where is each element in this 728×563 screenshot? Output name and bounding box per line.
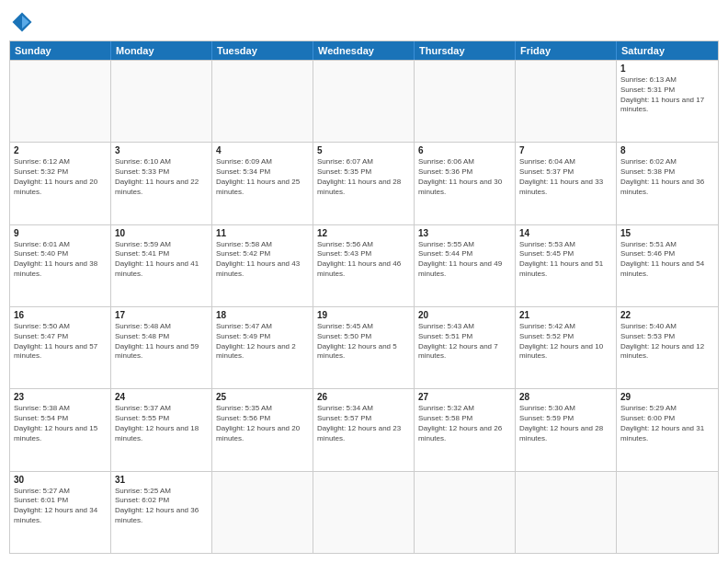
day-info: Sunrise: 5:58 AM Sunset: 5:42 PM Dayligh… xyxy=(216,240,309,280)
day-info: Sunrise: 5:25 AM Sunset: 6:02 PM Dayligh… xyxy=(115,487,208,526)
page: SundayMondayTuesdayWednesdayThursdayFrid… xyxy=(0,0,728,563)
day-number: 17 xyxy=(115,310,208,320)
day-cell-21: 21Sunrise: 5:42 AM Sunset: 5:52 PM Dayli… xyxy=(516,307,617,388)
day-info: Sunrise: 5:35 AM Sunset: 5:56 PM Dayligh… xyxy=(216,404,309,443)
day-number: 27 xyxy=(418,392,511,402)
day-number: 24 xyxy=(115,392,208,402)
day-cell-30: 30Sunrise: 5:27 AM Sunset: 6:01 PM Dayli… xyxy=(10,472,111,553)
day-info: Sunrise: 5:56 AM Sunset: 5:43 PM Dayligh… xyxy=(317,240,410,280)
day-cell-7: 7Sunrise: 6:04 AM Sunset: 5:37 PM Daylig… xyxy=(516,143,617,224)
header-day-saturday: Saturday xyxy=(617,41,718,60)
day-number: 26 xyxy=(317,392,410,402)
day-number: 25 xyxy=(216,392,309,402)
day-number: 19 xyxy=(317,310,410,320)
day-info: Sunrise: 5:51 AM Sunset: 5:46 PM Dayligh… xyxy=(620,240,714,280)
day-cell-9: 9Sunrise: 6:01 AM Sunset: 5:40 PM Daylig… xyxy=(10,225,111,306)
day-number: 23 xyxy=(14,392,107,402)
header-day-tuesday: Tuesday xyxy=(212,41,313,60)
day-info: Sunrise: 5:29 AM Sunset: 6:00 PM Dayligh… xyxy=(620,404,714,443)
day-cell-14: 14Sunrise: 5:53 AM Sunset: 5:45 PM Dayli… xyxy=(516,225,617,306)
header-day-monday: Monday xyxy=(111,41,212,60)
day-info: Sunrise: 5:34 AM Sunset: 5:57 PM Dayligh… xyxy=(317,404,410,443)
week-row-3: 9Sunrise: 6:01 AM Sunset: 5:40 PM Daylig… xyxy=(10,224,718,306)
day-info: Sunrise: 6:07 AM Sunset: 5:35 PM Dayligh… xyxy=(317,157,410,197)
day-number: 8 xyxy=(620,145,714,155)
day-cell-6: 6Sunrise: 6:06 AM Sunset: 5:36 PM Daylig… xyxy=(415,143,516,224)
logo-icon xyxy=(9,9,35,35)
day-info: Sunrise: 6:13 AM Sunset: 5:31 PM Dayligh… xyxy=(620,75,714,115)
day-cell-1: 1Sunrise: 6:13 AM Sunset: 5:31 PM Daylig… xyxy=(617,61,718,142)
day-info: Sunrise: 5:37 AM Sunset: 5:55 PM Dayligh… xyxy=(115,404,208,443)
empty-cell xyxy=(516,61,617,142)
day-cell-3: 3Sunrise: 6:10 AM Sunset: 5:33 PM Daylig… xyxy=(111,143,212,224)
day-number: 13 xyxy=(418,228,511,238)
day-cell-28: 28Sunrise: 5:30 AM Sunset: 5:59 PM Dayli… xyxy=(516,389,617,470)
header xyxy=(9,9,719,35)
week-row-2: 2Sunrise: 6:12 AM Sunset: 5:32 PM Daylig… xyxy=(10,142,718,224)
logo xyxy=(9,9,39,35)
day-info: Sunrise: 6:04 AM Sunset: 5:37 PM Dayligh… xyxy=(519,157,612,197)
day-info: Sunrise: 5:43 AM Sunset: 5:51 PM Dayligh… xyxy=(418,322,511,362)
day-cell-8: 8Sunrise: 6:02 AM Sunset: 5:38 PM Daylig… xyxy=(617,143,718,224)
day-info: Sunrise: 5:47 AM Sunset: 5:49 PM Dayligh… xyxy=(216,322,309,362)
day-number: 6 xyxy=(418,145,511,155)
day-number: 12 xyxy=(317,228,410,238)
day-cell-17: 17Sunrise: 5:48 AM Sunset: 5:48 PM Dayli… xyxy=(111,307,212,388)
day-info: Sunrise: 5:59 AM Sunset: 5:41 PM Dayligh… xyxy=(115,240,208,280)
empty-cell xyxy=(415,61,516,142)
header-day-sunday: Sunday xyxy=(10,41,111,60)
empty-cell xyxy=(10,61,111,142)
day-cell-29: 29Sunrise: 5:29 AM Sunset: 6:00 PM Dayli… xyxy=(617,389,718,470)
day-cell-26: 26Sunrise: 5:34 AM Sunset: 5:57 PM Dayli… xyxy=(313,389,415,470)
day-number: 3 xyxy=(115,145,208,155)
day-cell-16: 16Sunrise: 5:50 AM Sunset: 5:47 PM Dayli… xyxy=(10,307,111,388)
day-info: Sunrise: 6:02 AM Sunset: 5:38 PM Dayligh… xyxy=(620,157,714,197)
day-cell-19: 19Sunrise: 5:45 AM Sunset: 5:50 PM Dayli… xyxy=(313,307,415,388)
day-cell-23: 23Sunrise: 5:38 AM Sunset: 5:54 PM Dayli… xyxy=(10,389,111,470)
day-info: Sunrise: 5:55 AM Sunset: 5:44 PM Dayligh… xyxy=(418,240,511,280)
day-number: 10 xyxy=(115,228,208,238)
empty-cell xyxy=(212,472,313,553)
day-info: Sunrise: 6:12 AM Sunset: 5:32 PM Dayligh… xyxy=(14,157,107,197)
day-cell-27: 27Sunrise: 5:32 AM Sunset: 5:58 PM Dayli… xyxy=(415,389,516,470)
header-day-wednesday: Wednesday xyxy=(313,41,415,60)
day-number: 22 xyxy=(620,310,714,320)
day-number: 30 xyxy=(14,475,107,485)
day-cell-20: 20Sunrise: 5:43 AM Sunset: 5:51 PM Dayli… xyxy=(415,307,516,388)
day-cell-15: 15Sunrise: 5:51 AM Sunset: 5:46 PM Dayli… xyxy=(617,225,718,306)
day-info: Sunrise: 5:48 AM Sunset: 5:48 PM Dayligh… xyxy=(115,322,208,362)
day-number: 4 xyxy=(216,145,309,155)
day-number: 1 xyxy=(620,63,714,74)
day-number: 29 xyxy=(620,392,714,402)
day-number: 28 xyxy=(519,392,612,402)
empty-cell xyxy=(313,61,415,142)
empty-cell xyxy=(212,61,313,142)
day-info: Sunrise: 6:09 AM Sunset: 5:34 PM Dayligh… xyxy=(216,157,309,197)
day-cell-25: 25Sunrise: 5:35 AM Sunset: 5:56 PM Dayli… xyxy=(212,389,313,470)
day-info: Sunrise: 5:38 AM Sunset: 5:54 PM Dayligh… xyxy=(14,404,107,443)
header-day-friday: Friday xyxy=(516,41,617,60)
day-cell-18: 18Sunrise: 5:47 AM Sunset: 5:49 PM Dayli… xyxy=(212,307,313,388)
day-info: Sunrise: 5:40 AM Sunset: 5:53 PM Dayligh… xyxy=(620,322,714,362)
day-cell-5: 5Sunrise: 6:07 AM Sunset: 5:35 PM Daylig… xyxy=(313,143,415,224)
day-number: 7 xyxy=(519,145,612,155)
day-number: 18 xyxy=(216,310,309,320)
day-number: 2 xyxy=(14,145,107,155)
day-info: Sunrise: 5:42 AM Sunset: 5:52 PM Dayligh… xyxy=(519,322,612,362)
day-info: Sunrise: 5:30 AM Sunset: 5:59 PM Dayligh… xyxy=(519,404,612,443)
week-row-5: 23Sunrise: 5:38 AM Sunset: 5:54 PM Dayli… xyxy=(10,388,718,470)
day-number: 14 xyxy=(519,228,612,238)
day-number: 15 xyxy=(620,228,714,238)
day-info: Sunrise: 6:06 AM Sunset: 5:36 PM Dayligh… xyxy=(418,157,511,197)
empty-cell xyxy=(313,472,415,553)
day-cell-11: 11Sunrise: 5:58 AM Sunset: 5:42 PM Dayli… xyxy=(212,225,313,306)
empty-cell xyxy=(415,472,516,553)
day-number: 11 xyxy=(216,228,309,238)
day-info: Sunrise: 5:50 AM Sunset: 5:47 PM Dayligh… xyxy=(14,322,107,362)
day-cell-13: 13Sunrise: 5:55 AM Sunset: 5:44 PM Dayli… xyxy=(415,225,516,306)
day-cell-24: 24Sunrise: 5:37 AM Sunset: 5:55 PM Dayli… xyxy=(111,389,212,470)
day-cell-12: 12Sunrise: 5:56 AM Sunset: 5:43 PM Dayli… xyxy=(313,225,415,306)
calendar-body: 1Sunrise: 6:13 AM Sunset: 5:31 PM Daylig… xyxy=(10,60,718,553)
day-info: Sunrise: 6:10 AM Sunset: 5:33 PM Dayligh… xyxy=(115,157,208,197)
day-info: Sunrise: 5:45 AM Sunset: 5:50 PM Dayligh… xyxy=(317,322,410,362)
